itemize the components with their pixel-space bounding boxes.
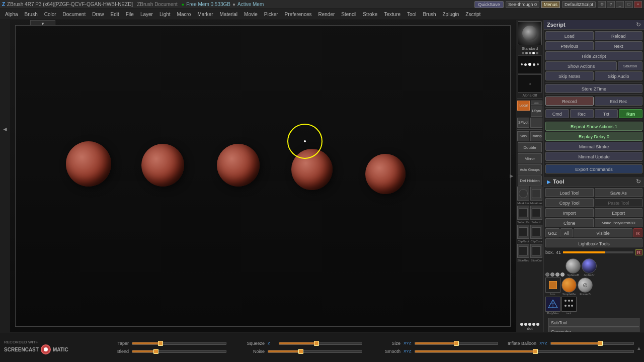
goz-button[interactable]: GoZ — [545, 228, 559, 237]
blend-track[interactable] — [132, 350, 226, 353]
lightbox-tools-button[interactable]: Lightbox> Tools — [545, 238, 642, 247]
maximize-icon[interactable]: □ — [625, 1, 633, 8]
clone-button[interactable]: Clone — [545, 218, 594, 227]
quicksave-button[interactable]: QuickSave — [474, 1, 504, 8]
menu-light[interactable]: Light — [156, 11, 174, 18]
next-button[interactable]: Next — [595, 41, 643, 50]
simplemesh-thumb[interactable]: SimpleMe — [561, 278, 577, 296]
make-polymesh-button[interactable]: Make PolyMesh3D — [595, 218, 643, 227]
paste-tool-button[interactable]: Paste Tool — [595, 198, 643, 207]
lsym-button[interactable]: LSym — [531, 106, 542, 117]
menu-document[interactable]: Document — [60, 11, 89, 18]
slicerec-button[interactable] — [517, 244, 529, 258]
load-tool-button[interactable]: Load Tool — [545, 188, 594, 197]
noise-track[interactable] — [268, 350, 362, 353]
skip-notes-button[interactable]: Skip Notes — [545, 71, 594, 80]
repeat-show-actions-button[interactable]: Repeat Show Actions 1 — [545, 122, 642, 131]
hide-zscript-button[interactable]: Hide Zscript — [545, 51, 642, 60]
menu-stencil[interactable]: Stencil — [338, 11, 359, 18]
sphereb-thumb[interactable]: SphereB — [566, 258, 581, 277]
close-icon[interactable]: × — [634, 1, 642, 8]
defaultzscript-button[interactable]: DefaultZScript — [562, 1, 596, 8]
masklaz-button[interactable] — [530, 187, 542, 201]
menu-preferences[interactable]: Preferences — [282, 11, 315, 18]
menu-texture[interactable]: Texture — [381, 11, 404, 18]
menu-tool[interactable]: Tool — [404, 11, 419, 18]
replay-delay-button[interactable]: Replay Delay 0 — [545, 132, 642, 141]
menu-brush2[interactable]: Brush — [420, 11, 439, 18]
tool-expand-icon[interactable]: ▶ — [547, 179, 551, 185]
canvas-area[interactable]: ▼ ► — [10, 20, 516, 332]
record-button[interactable]: Record — [545, 97, 594, 106]
blend-handle[interactable] — [153, 349, 158, 354]
rec-button[interactable]: Rec — [570, 109, 594, 118]
menu-file[interactable]: File — [123, 11, 137, 18]
menu-stroke[interactable]: Stroke — [360, 11, 380, 18]
squeeze-track[interactable] — [279, 342, 362, 345]
skip-audio-button[interactable]: Skip Audio — [595, 71, 643, 80]
visible-button[interactable]: Visible — [574, 228, 632, 237]
selectl-button[interactable] — [530, 206, 542, 220]
menu-zscript[interactable]: Zscript — [462, 11, 484, 18]
transp-button[interactable]: Transp — [530, 131, 542, 141]
menu-edit[interactable]: Edit — [108, 11, 122, 18]
smooth-handle[interactable] — [533, 349, 538, 354]
menus-button[interactable]: Menus — [541, 1, 560, 8]
menu-layer[interactable]: Layer — [137, 11, 156, 18]
import-button[interactable]: Import — [545, 208, 594, 217]
taper-track[interactable] — [132, 342, 226, 345]
menu-alpha[interactable]: Alpha — [2, 11, 21, 18]
geometry-button[interactable]: Geometry — [548, 327, 639, 332]
selectre-button[interactable] — [517, 206, 529, 220]
menu-movie[interactable]: Movie — [241, 11, 261, 18]
maskper-button[interactable] — [517, 187, 529, 201]
all-button[interactable]: All — [560, 228, 573, 237]
load-button[interactable]: Load — [545, 31, 594, 40]
minimal-update-button[interactable]: Minimal Update — [545, 152, 642, 161]
smooth-track[interactable] — [415, 350, 634, 353]
left-collapse-arrow[interactable]: ◄ — [2, 126, 8, 133]
right-collapse-arrow[interactable]: ► — [509, 172, 515, 179]
slicecur-button[interactable] — [530, 244, 542, 258]
menu-marker[interactable]: Marker — [194, 11, 216, 18]
seethrough-button[interactable]: See-through 0 — [506, 1, 539, 8]
menu-render[interactable]: Render — [315, 11, 338, 18]
end-rec-button[interactable]: End Rec — [595, 97, 643, 106]
canvas-viewport[interactable] — [15, 25, 511, 327]
squeeze-handle[interactable] — [314, 341, 319, 346]
size-handle[interactable] — [454, 341, 459, 346]
noise-handle[interactable] — [298, 349, 303, 354]
help-icon[interactable]: ? — [607, 1, 615, 8]
inflate-handle[interactable] — [598, 341, 603, 346]
bottom-collapse-arrow[interactable]: ▲ — [634, 343, 644, 351]
menu-picker[interactable]: Picker — [261, 11, 281, 18]
menu-color[interactable]: Color — [41, 11, 59, 18]
brush-preview[interactable] — [518, 21, 542, 45]
lsym-icon[interactable]: ⟺ — [531, 101, 542, 105]
box-slider[interactable] — [563, 251, 633, 253]
del-hidden-button[interactable]: Del Hidden — [518, 175, 542, 186]
empty-sym-btn[interactable] — [530, 118, 542, 128]
run-button[interactable]: Run — [619, 109, 642, 118]
r-button[interactable]: R — [633, 228, 642, 237]
double-button[interactable]: Double — [518, 142, 542, 152]
cmd-button[interactable]: Cmd — [545, 109, 569, 118]
mirror-button[interactable]: Mirror — [518, 153, 542, 163]
solo-button[interactable]: Solo — [517, 131, 529, 141]
menu-draw[interactable]: Draw — [89, 11, 107, 18]
inflate-track[interactable] — [550, 342, 634, 345]
eraserb-thumb[interactable]: ⊘ EraserB — [578, 278, 593, 296]
menu-material[interactable]: Material — [217, 11, 241, 18]
show-actions-button[interactable]: Show Actions — [545, 61, 617, 70]
cliprect-button[interactable] — [517, 225, 529, 239]
minimize-icon[interactable]: _ — [616, 1, 624, 8]
box-thumb[interactable]: box. — [545, 278, 560, 296]
previous-button[interactable]: Previous — [545, 41, 594, 50]
reload-button[interactable]: Reload — [595, 31, 643, 40]
menu-macro[interactable]: Macro — [174, 11, 194, 18]
menu-zplugin[interactable]: Zplugin — [440, 11, 462, 18]
local-button[interactable]: Local — [517, 101, 530, 111]
minimal-stroke-button[interactable]: Minimal Stroke — [545, 142, 642, 151]
settings-icon[interactable]: ⚙ — [598, 1, 606, 8]
save-as-button[interactable]: Save As — [595, 188, 643, 197]
